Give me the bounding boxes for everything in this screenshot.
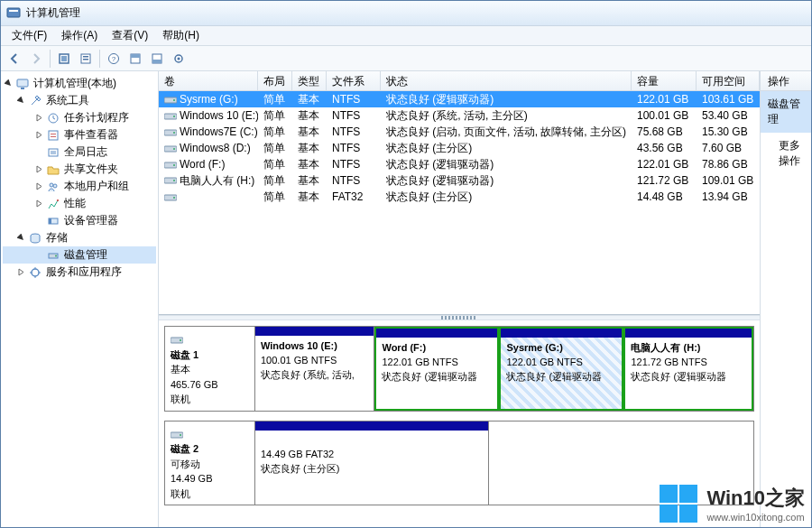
help-button[interactable]: ? xyxy=(104,49,124,69)
separator xyxy=(99,50,100,68)
expand-icon[interactable] xyxy=(33,199,44,209)
tree-eventvwr[interactable]: 事件查看器 xyxy=(3,126,156,144)
device-icon xyxy=(46,214,60,228)
volume-icon xyxy=(164,96,177,105)
expand-icon[interactable] xyxy=(33,164,44,175)
svg-point-38 xyxy=(173,148,175,150)
tree-services[interactable]: 服务和应用程序 xyxy=(3,264,156,281)
col-capacity[interactable]: 容量 xyxy=(632,71,697,90)
refresh-button[interactable] xyxy=(54,49,74,69)
view-top-button[interactable] xyxy=(125,49,145,69)
menu-action[interactable]: 操作(A) xyxy=(54,26,105,45)
tree-localusers[interactable]: 本地用户和组 xyxy=(3,178,156,195)
tree-devmgr[interactable]: 设备管理器 xyxy=(3,212,156,229)
volume-icon xyxy=(164,128,177,137)
collapse-icon[interactable] xyxy=(15,233,26,244)
partition-strip: 14.49 GB FAT32状态良好 (主分区) xyxy=(254,421,754,506)
app-icon xyxy=(6,6,21,21)
properties-button[interactable] xyxy=(76,49,96,69)
tree-perf[interactable]: 性能 xyxy=(3,195,156,212)
col-volume[interactable]: 卷 xyxy=(159,71,258,90)
disk-block: 磁盘 2可移动14.49 GB联机14.49 GB FAT32状态良好 (主分区… xyxy=(164,421,754,506)
menu-view[interactable]: 查看(V) xyxy=(105,26,155,45)
svg-point-14 xyxy=(178,57,180,60)
tree-diskmgmt[interactable]: 磁盘管理 xyxy=(3,246,156,264)
disk-graph-pane: 磁盘 1基本465.76 GB联机Windows 10 (E:)100.01 G… xyxy=(159,320,760,527)
users-icon xyxy=(46,180,60,194)
svg-rect-3 xyxy=(61,56,67,61)
forward-button[interactable] xyxy=(26,49,46,69)
tree-globallog[interactable]: 全局日志 xyxy=(3,144,156,161)
back-button[interactable] xyxy=(5,49,24,69)
svg-text:?: ? xyxy=(112,55,116,63)
menubar: 文件(F) 操作(A) 查看(V) 帮助(H) xyxy=(1,26,811,46)
actions-pane: 操作 磁盘管理 更多操作 xyxy=(761,71,811,527)
event-icon xyxy=(46,128,60,143)
svg-rect-21 xyxy=(49,149,58,156)
svg-point-46 xyxy=(180,339,181,341)
volume-row[interactable]: Sysrme (G:)简单基本NTFS状态良好 (逻辑驱动器)122.01 GB… xyxy=(159,91,760,107)
titlebar: 计算机管理 xyxy=(1,1,811,26)
partition[interactable]: Word (F:)122.01 GB NTFS状态良好 (逻辑驱动器 xyxy=(374,327,499,411)
log-icon xyxy=(46,145,60,160)
svg-rect-1 xyxy=(9,10,18,12)
menu-help[interactable]: 帮助(H) xyxy=(155,26,207,45)
tree-storage[interactable]: 存储 xyxy=(3,229,156,246)
col-type[interactable]: 类型 xyxy=(292,71,327,90)
collapse-icon[interactable] xyxy=(15,96,26,107)
computer-icon xyxy=(15,77,30,91)
partition[interactable]: Sysrme (G:)122.01 GB NTFS状态良好 (逻辑驱动器 xyxy=(499,327,623,411)
svg-rect-19 xyxy=(51,134,56,134)
disk-info[interactable]: 磁盘 1基本465.76 GB联机 xyxy=(164,326,254,412)
expand-icon[interactable] xyxy=(33,181,44,192)
volume-icon xyxy=(164,161,177,170)
actions-header: 操作 xyxy=(761,71,811,91)
partition[interactable]: Windows 10 (E:)100.01 GB NTFS状态良好 (系统, 活… xyxy=(255,327,374,411)
col-fs[interactable]: 文件系统 xyxy=(327,71,381,90)
tree-root[interactable]: 计算机管理(本地) xyxy=(3,75,156,92)
menu-file[interactable]: 文件(F) xyxy=(5,26,54,45)
volume-row[interactable]: 简单基本FAT32状态良好 (主分区)14.48 GB13.94 GB xyxy=(159,189,760,205)
svg-point-22 xyxy=(50,183,53,187)
volume-row[interactable]: Windows8 (D:)简单基本NTFS状态良好 (主分区)43.56 GB7… xyxy=(159,140,760,156)
col-layout[interactable]: 布局 xyxy=(258,71,292,90)
tree-label: 设备管理器 xyxy=(64,213,118,228)
disk-icon xyxy=(171,431,183,440)
actions-diskmgmt[interactable]: 磁盘管理 xyxy=(761,91,811,133)
partition[interactable]: 电脑人人有 (H:)121.72 GB NTFS状态良好 (逻辑驱动器 xyxy=(623,327,753,411)
tree-shared[interactable]: 共享文件夹 xyxy=(3,161,156,178)
expand-icon[interactable] xyxy=(33,130,44,141)
partition[interactable]: 14.49 GB FAT32状态良好 (主分区) xyxy=(255,421,489,505)
expand-icon[interactable] xyxy=(15,267,26,278)
volume-list-pane: 卷 布局 类型 文件系统 状态 容量 可用空间 Sysrme (G:)简单基本N… xyxy=(159,71,760,315)
tree-label: 磁盘管理 xyxy=(64,247,107,263)
tree-label: 计算机管理(本地) xyxy=(33,76,116,91)
disk-info[interactable]: 磁盘 2可移动14.49 GB联机 xyxy=(164,421,254,506)
volume-row[interactable]: 电脑人人有 (H:)简单基本NTFS状态良好 (逻辑驱动器)121.72 GB1… xyxy=(159,172,760,189)
svg-point-34 xyxy=(173,116,175,117)
disk-block: 磁盘 1基本465.76 GB联机Windows 10 (E:)100.01 G… xyxy=(164,326,754,412)
volume-row[interactable]: Windows 10 (E:)简单基本NTFS状态良好 (系统, 活动, 主分区… xyxy=(159,107,760,124)
collapse-icon[interactable] xyxy=(3,79,14,89)
nav-tree: 计算机管理(本地) 系统工具 任务计划程序 事件查看器 全局日志 共享文件夹 本… xyxy=(1,71,159,527)
volume-row[interactable]: Windows7E (C:)简单基本NTFS状态良好 (启动, 页面文件, 活动… xyxy=(159,124,760,140)
svg-rect-20 xyxy=(51,136,56,137)
svg-rect-0 xyxy=(7,8,20,17)
tree-systools[interactable]: 系统工具 xyxy=(3,92,156,109)
svg-point-24 xyxy=(57,199,59,201)
actions-more[interactable]: 更多操作 xyxy=(761,133,811,174)
volume-icon xyxy=(164,112,177,121)
tree-label: 全局日志 xyxy=(64,144,107,160)
settings-button[interactable] xyxy=(169,49,189,69)
svg-rect-15 xyxy=(17,79,28,87)
services-icon xyxy=(28,265,42,280)
svg-point-42 xyxy=(173,180,175,181)
expand-icon[interactable] xyxy=(33,113,44,124)
tree-tasksched[interactable]: 任务计划程序 xyxy=(3,109,156,126)
volume-row[interactable]: Word (F:)简单基本NTFS状态良好 (逻辑驱动器)122.01 GB78… xyxy=(159,156,760,172)
col-free[interactable]: 可用空间 xyxy=(697,71,760,90)
col-status[interactable]: 状态 xyxy=(381,71,632,90)
svg-point-44 xyxy=(173,197,175,199)
view-bottom-button[interactable] xyxy=(147,49,167,69)
svg-point-30 xyxy=(32,269,39,276)
